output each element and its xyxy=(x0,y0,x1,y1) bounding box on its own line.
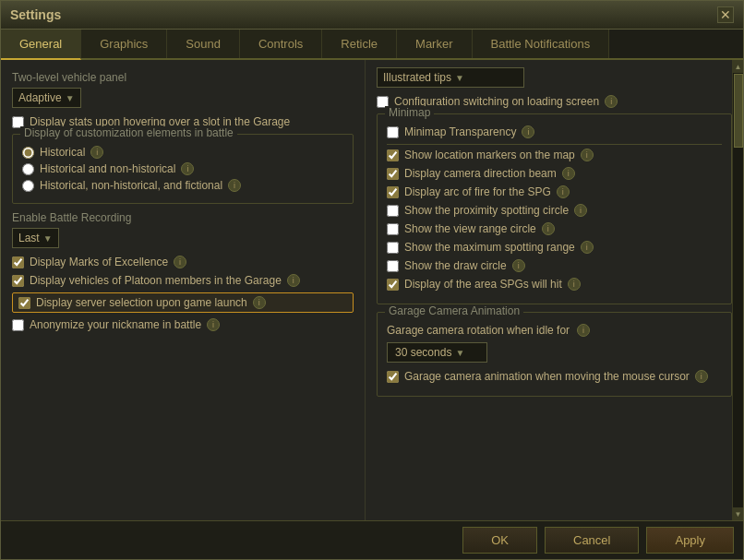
display-camera-row: Display camera direction beam i xyxy=(387,167,722,180)
show-max-spotting-label: Show the maximum spotting range xyxy=(404,241,575,254)
historical-radio-row: Historical i xyxy=(22,146,343,159)
show-draw-row: Show the draw circle i xyxy=(387,259,722,272)
garage-animation-checkbox[interactable] xyxy=(387,371,399,383)
show-max-spotting-info-icon[interactable]: i xyxy=(581,241,594,254)
display-server-info-icon[interactable]: i xyxy=(253,296,266,309)
minimap-transparency-label: Minimap Transparency xyxy=(404,125,516,138)
display-vehicles-checkbox[interactable] xyxy=(12,275,24,287)
tabs-bar: General Graphics Sound Controls Reticle … xyxy=(1,30,743,60)
tab-sound[interactable]: Sound xyxy=(167,30,240,58)
tab-controls[interactable]: Controls xyxy=(240,30,322,58)
tab-graphics[interactable]: Graphics xyxy=(81,30,167,58)
display-area-checkbox[interactable] xyxy=(387,279,399,291)
minimap-transparency-info-icon[interactable]: i xyxy=(522,125,534,138)
garage-animation-row: Garage camera animation when moving the … xyxy=(387,370,722,383)
show-view-range-row: Show the view range circle i xyxy=(387,222,722,235)
config-switching-info-icon[interactable]: i xyxy=(605,95,618,108)
show-draw-info-icon[interactable]: i xyxy=(512,259,525,272)
show-draw-checkbox[interactable] xyxy=(387,260,399,272)
illustrated-tips-arrow: ▼ xyxy=(455,73,464,83)
seconds-dropdown[interactable]: 30 seconds ▼ xyxy=(387,342,487,363)
show-view-range-info-icon[interactable]: i xyxy=(542,222,555,235)
show-proximity-info-icon[interactable]: i xyxy=(574,204,587,217)
display-server-checkbox[interactable] xyxy=(18,297,30,309)
display-marks-info-icon[interactable]: i xyxy=(174,256,186,268)
historical-label: Historical xyxy=(40,146,85,159)
show-max-spotting-checkbox[interactable] xyxy=(387,242,399,254)
garage-animation-info-icon[interactable]: i xyxy=(695,370,708,383)
enable-recording-label: Enable Battle Recording xyxy=(12,211,354,224)
anonymize-row: Anonymize your nickname in battle i xyxy=(12,318,354,331)
tab-reticle[interactable]: Reticle xyxy=(322,30,397,58)
historical-non-label: Historical and non-historical xyxy=(40,162,175,175)
main-content: Two-level vehicle panel Adaptive ▼ Displ… xyxy=(1,60,743,520)
display-camera-checkbox[interactable] xyxy=(387,168,399,180)
display-arc-label: Display arc of fire for the SPG xyxy=(404,185,551,198)
anonymize-info-icon[interactable]: i xyxy=(207,318,220,331)
right-panel: Illustrated tips ▼ Configuration switchi… xyxy=(366,60,743,520)
show-location-checkbox[interactable] xyxy=(387,149,399,161)
show-view-range-checkbox[interactable] xyxy=(387,223,399,235)
tab-general[interactable]: General xyxy=(1,30,81,60)
scrollbar-thumb[interactable] xyxy=(734,74,743,148)
customization-group-content: Historical i Historical and non-historic… xyxy=(22,142,343,192)
adaptive-dropdown[interactable]: Adaptive ▼ xyxy=(12,88,81,108)
tab-marker[interactable]: Marker xyxy=(397,30,472,58)
minimap-transparency-checkbox[interactable] xyxy=(387,126,399,138)
last-dropdown-row: Last ▼ xyxy=(12,228,354,248)
display-marks-label: Display Marks of Excellence xyxy=(30,256,168,268)
display-marks-row: Display Marks of Excellence i xyxy=(12,256,354,268)
last-dropdown[interactable]: Last ▼ xyxy=(12,228,59,248)
seconds-dropdown-row: 30 seconds ▼ xyxy=(387,342,722,363)
historical-fictional-radio[interactable] xyxy=(22,180,34,192)
scrollbar-down-arrow[interactable]: ▼ xyxy=(733,507,743,520)
display-area-label: Display of the area SPGs will hit xyxy=(404,278,562,291)
garage-animation-label: Garage camera animation when moving the … xyxy=(404,370,690,383)
historical-fictional-info-icon[interactable]: i xyxy=(228,179,241,192)
garage-rotation-row: Garage camera rotation when idle for i xyxy=(387,324,722,337)
historical-non-radio-row: Historical and non-historical i xyxy=(22,162,343,175)
cancel-button[interactable]: Cancel xyxy=(545,527,639,554)
anonymize-checkbox[interactable] xyxy=(12,319,24,331)
display-marks-checkbox[interactable] xyxy=(12,256,24,268)
display-arc-checkbox[interactable] xyxy=(387,186,399,198)
show-location-info-icon[interactable]: i xyxy=(581,149,594,161)
display-vehicles-row: Display vehicles of Platoon members in t… xyxy=(12,274,354,287)
footer: OK Cancel Apply xyxy=(1,520,743,559)
show-max-spotting-row: Show the maximum spotting range i xyxy=(387,241,722,254)
historical-non-radio[interactable] xyxy=(22,163,34,175)
scrollbar-up-arrow[interactable]: ▲ xyxy=(733,60,743,73)
apply-button[interactable]: Apply xyxy=(646,527,734,554)
illustrated-tips-dropdown[interactable]: Illustrated tips ▼ xyxy=(377,67,524,88)
illustrated-tips-row: Illustrated tips ▼ xyxy=(377,67,732,88)
display-arc-info-icon[interactable]: i xyxy=(557,185,570,198)
ok-button[interactable]: OK xyxy=(462,527,537,554)
show-location-row: Show location markers on the map i xyxy=(387,149,722,161)
show-proximity-checkbox[interactable] xyxy=(387,205,399,217)
historical-info-icon[interactable]: i xyxy=(90,146,103,159)
display-area-info-icon[interactable]: i xyxy=(568,278,581,291)
garage-rotation-info-icon[interactable]: i xyxy=(577,324,590,337)
enable-recording-section: Enable Battle Recording Last ▼ xyxy=(12,211,354,248)
minimap-group-content: Minimap Transparency i Show location mar… xyxy=(387,122,722,291)
right-scrollbar[interactable]: ▲ ▼ xyxy=(732,60,743,520)
show-draw-label: Show the draw circle xyxy=(404,259,507,272)
title-bar: Settings ✕ xyxy=(1,1,743,30)
adaptive-dropdown-row: Adaptive ▼ xyxy=(12,88,354,108)
display-camera-label: Display camera direction beam xyxy=(404,167,557,180)
historical-non-info-icon[interactable]: i xyxy=(181,162,194,175)
historical-fictional-label: Historical, non-historical, and fictiona… xyxy=(40,179,222,192)
display-vehicles-info-icon[interactable]: i xyxy=(287,274,300,287)
minimap-group: Minimap Minimap Transparency i Show loca… xyxy=(377,113,732,304)
anonymize-label: Anonymize your nickname in battle xyxy=(30,318,201,331)
tab-battle-notifications[interactable]: Battle Notifications xyxy=(473,30,610,58)
historical-radio[interactable] xyxy=(22,147,34,159)
show-view-range-label: Show the view range circle xyxy=(404,222,536,235)
customization-group: Display of customization elements in bat… xyxy=(12,134,354,204)
display-camera-info-icon[interactable]: i xyxy=(562,167,575,180)
show-proximity-label: Show the proximity spotting circle xyxy=(404,204,569,217)
seconds-arrow: ▼ xyxy=(455,348,464,358)
historical-fictional-radio-row: Historical, non-historical, and fictiona… xyxy=(22,179,343,192)
close-button[interactable]: ✕ xyxy=(717,6,734,23)
customization-group-title: Display of customization elements in bat… xyxy=(20,126,237,139)
